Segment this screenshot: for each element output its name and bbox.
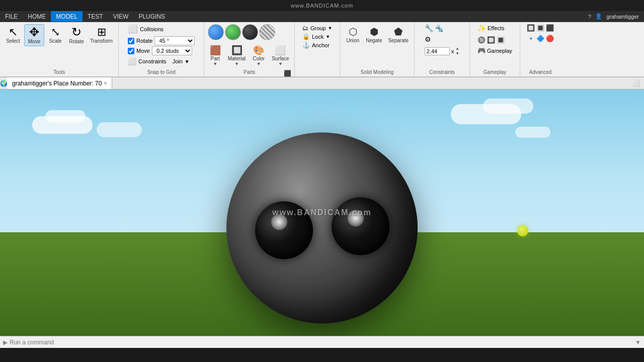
menu-file[interactable]: FILE xyxy=(0,11,23,22)
surface-dropdown[interactable]: ▼ xyxy=(278,61,283,66)
swatch-striped[interactable] xyxy=(259,24,275,40)
snap-section-label: Snap to Grid xyxy=(147,69,176,75)
material-icon: 🔲 xyxy=(231,45,243,56)
select-icon: ↖ xyxy=(9,27,18,38)
material-label: Material xyxy=(228,56,246,61)
solid-section-label: Solid Modeling xyxy=(361,69,394,75)
material-button[interactable]: 🔲 Material ▼ xyxy=(226,44,248,67)
material-dropdown[interactable]: ▼ xyxy=(234,61,239,66)
surface-label: Surface xyxy=(272,56,289,61)
constraints-section: 🔧 🔩 ⚙ x ▲ ▼ Constraints xyxy=(415,22,470,76)
union-button[interactable]: ⬡ Union xyxy=(343,24,362,45)
color-dropdown[interactable]: ▼ xyxy=(257,61,261,66)
scale-label: Scale xyxy=(49,38,61,44)
cloud-2 xyxy=(45,110,86,123)
menu-plugins[interactable]: PLUGINS xyxy=(133,11,170,22)
negate-label: Negate xyxy=(366,38,382,43)
effects-sub-icon1: 🔘 xyxy=(477,36,486,44)
main-sphere xyxy=(226,132,418,323)
part-dropdown[interactable]: ▼ xyxy=(213,61,217,66)
adv-icon2[interactable]: 🔳 xyxy=(536,24,544,32)
group-row[interactable]: 🗂 Group ▼ xyxy=(301,24,334,32)
rotate-checkbox[interactable] xyxy=(128,38,134,44)
color-icon: 🎨 xyxy=(253,45,264,56)
union-label: Union xyxy=(346,38,359,43)
tab-close-button[interactable]: × xyxy=(104,80,107,86)
transform-label: Transform xyxy=(90,38,113,44)
tab-expand-icon[interactable]: ⬜ xyxy=(632,80,644,87)
negate-button[interactable]: ⬢ Negate xyxy=(363,24,384,45)
cursor-dot xyxy=(517,225,528,236)
negate-icon: ⬢ xyxy=(370,26,378,38)
tabstrip: 🌍 grahamtigger's Place Number: 70 × ⬜ xyxy=(0,77,644,89)
collisions-label: Collisions xyxy=(140,26,164,32)
spinner-up[interactable]: ▲ xyxy=(455,46,459,51)
eye-right xyxy=(332,198,389,255)
cmdbar-icon: ▶ xyxy=(3,339,8,346)
spinner-down[interactable]: ▼ xyxy=(455,51,459,56)
effects-label: Effects xyxy=(488,25,504,31)
tab-place[interactable]: grahamtigger's Place Number: 70 × xyxy=(7,77,112,89)
menu-view[interactable]: VIEW xyxy=(108,11,134,22)
help-icon[interactable]: ? xyxy=(588,14,591,20)
move-button[interactable]: ✥ Move xyxy=(24,24,44,46)
cmdbar-end-icon[interactable]: ▼ xyxy=(635,339,641,346)
tools-section: ↖ Select ✥ Move ⤡ Scale ↻ Rotate ⊞ Trans… xyxy=(0,22,119,76)
snap-section: ⬜ Collisions Rotate 45 ° 90 ° 15 ° Move … xyxy=(119,22,204,76)
tools-section-label: Tools xyxy=(53,69,65,75)
effects-sub-icon2: 🔲 xyxy=(487,36,495,44)
scale-button[interactable]: ⤡ Scale xyxy=(45,24,65,46)
move-checkbox[interactable] xyxy=(128,48,134,54)
viewport[interactable]: www.BANDICAM.com xyxy=(0,89,644,336)
cloud-3 xyxy=(97,122,142,137)
surface-icon: ⬜ xyxy=(275,45,286,56)
adv-icon3[interactable]: ⬛ xyxy=(546,24,554,32)
lock-icon: 🔒 xyxy=(302,33,310,40)
adv-icon6[interactable]: 🔴 xyxy=(546,35,554,42)
spinner-arrows[interactable]: ▲ ▼ xyxy=(455,46,459,56)
collisions-icon: ⬜ xyxy=(128,24,138,34)
move-label: Move xyxy=(28,39,40,44)
spinner-input[interactable] xyxy=(425,47,450,55)
adv-icon1[interactable]: 🔲 xyxy=(527,24,535,32)
effects-row[interactable]: ✨ Effects xyxy=(477,24,512,32)
ribbon: ↖ Select ✥ Move ⤡ Scale ↻ Rotate ⊞ Trans… xyxy=(0,22,644,77)
swatch-black[interactable] xyxy=(242,24,258,40)
lock-dropdown-icon[interactable]: ▼ xyxy=(326,34,330,39)
anchor-icon: ⚓ xyxy=(302,42,310,49)
menu-test[interactable]: TEST xyxy=(83,11,108,22)
eye-left xyxy=(255,201,313,259)
move-dropdown[interactable]: 0.2 studs 1 stud 0.5 studs xyxy=(152,46,192,55)
menubar: FILE HOME MODEL TEST VIEW PLUGINS ? 👤 gr… xyxy=(0,11,644,22)
rotate-dropdown[interactable]: 45 ° 90 ° 15 ° xyxy=(154,36,195,45)
swatch-blue[interactable] xyxy=(208,24,224,40)
lock-row[interactable]: 🔒 Lock ▼ xyxy=(301,33,334,41)
gameplay-section-label: Gameplay xyxy=(484,69,507,75)
tab-earth-icon: 🌍 xyxy=(0,80,7,87)
parts-expand-icon[interactable]: ⬛ xyxy=(284,70,291,77)
transform-button[interactable]: ⊞ Transform xyxy=(88,24,115,46)
menu-home[interactable]: HOME xyxy=(23,11,51,22)
menu-model[interactable]: MODEL xyxy=(51,11,83,22)
rotate-snap-label: Rotate xyxy=(136,38,152,44)
move-snap-label: Move xyxy=(136,48,150,54)
parts-section: 🟫 Part ▼ 🔲 Material ▼ 🎨 Color ▼ ⬜ Surfac… xyxy=(204,22,295,76)
gameplay-label: Gameplay xyxy=(487,48,512,54)
color-button[interactable]: 🎨 Color ▼ xyxy=(251,44,267,67)
command-input[interactable] xyxy=(10,339,584,346)
parts-section-label: Parts xyxy=(244,69,255,75)
move-icon: ✥ xyxy=(29,26,39,38)
join-dropdown-icon[interactable]: ▼ xyxy=(185,59,190,64)
adv-icon4[interactable]: 🔹 xyxy=(527,35,535,42)
separate-button[interactable]: ⬟ Separate xyxy=(385,24,411,45)
adv-icon5[interactable]: 🔷 xyxy=(536,35,544,42)
rotate-button[interactable]: ↻ Rotate xyxy=(66,24,87,46)
swatch-green[interactable] xyxy=(225,24,241,40)
anchor-row[interactable]: ⚓ Anchor xyxy=(301,41,334,49)
cloud-5 xyxy=(483,99,533,114)
group-dropdown-icon[interactable]: ▼ xyxy=(328,26,333,31)
select-button[interactable]: ↖ Select xyxy=(3,24,23,46)
surface-button[interactable]: ⬜ Surface ▼ xyxy=(270,44,291,67)
part-label: Part xyxy=(211,56,220,61)
part-button[interactable]: 🟫 Part ▼ xyxy=(208,44,223,67)
